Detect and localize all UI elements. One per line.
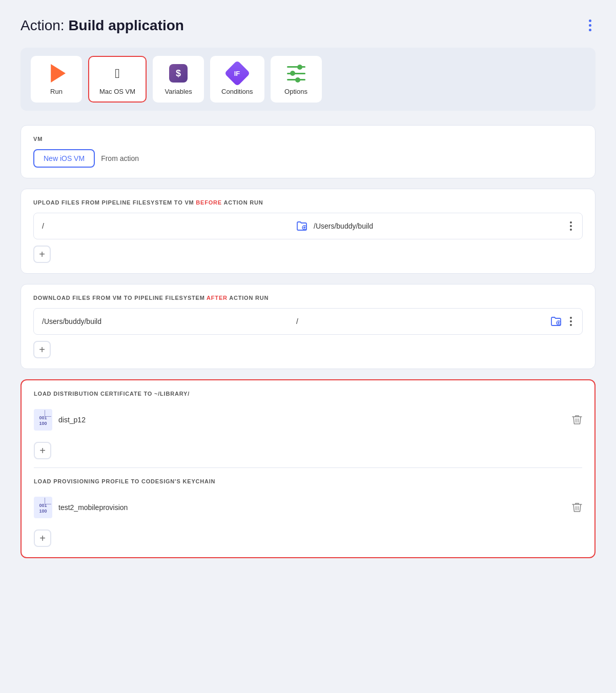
dot-1 — [589, 19, 591, 22]
page-header: Action: Build application — [20, 15, 596, 35]
folder-icon — [296, 221, 307, 231]
download-dest-path: / — [296, 317, 544, 325]
page-container: Action: Build application Run  Mac OS V… — [0, 0, 616, 693]
cert-delete-button[interactable] — [572, 414, 582, 425]
options-icon-wrapper — [286, 63, 306, 84]
folder-icon-2 — [550, 316, 562, 327]
cert-file-icon: 001100 — [34, 409, 52, 431]
vm-card: VM New iOS VM From action — [20, 125, 596, 178]
cert-icon-text: 001100 — [39, 415, 47, 426]
provision-icon-text: 001100 — [39, 503, 47, 514]
trash-icon-2 — [572, 502, 582, 513]
upload-folder-browse-button[interactable] — [296, 221, 307, 231]
tab-options-label: Options — [284, 88, 307, 95]
from-action-link[interactable]: From action — [101, 154, 139, 162]
new-ios-vm-button[interactable]: New iOS VM — [33, 149, 95, 168]
tab-variables-label: Variables — [165, 88, 192, 95]
dot-2 — [589, 24, 591, 27]
tabs-container: Run  Mac OS VM $ Variables IF Condition… — [20, 48, 596, 111]
options-icon — [287, 66, 305, 80]
tab-conditions-label: Conditions — [221, 88, 253, 95]
upload-row-more-button[interactable] — [568, 219, 574, 233]
provision-name: test2_mobileprovision — [58, 503, 566, 512]
cert-section-label: LOAD DISTRIBUTION CERTIFICATE TO ~/LIBRA… — [34, 391, 582, 397]
page-title: Action: Build application — [20, 17, 184, 34]
download-files-card: DOWNLOAD FILES FROM VM TO PIPELINE FILES… — [20, 284, 596, 369]
tab-run[interactable]: Run — [31, 56, 82, 103]
dot-3 — [589, 29, 591, 31]
provision-delete-button[interactable] — [572, 502, 582, 513]
conditions-icon-wrapper: IF — [227, 63, 248, 84]
apple-icon:  — [115, 66, 120, 81]
upload-file-row: / /Users/buddy/build — [33, 213, 583, 239]
download-row-more-button[interactable] — [568, 315, 574, 328]
download-file-row: /Users/buddy/build / — [33, 308, 583, 335]
run-icon — [47, 64, 66, 83]
cert-name: dist_p12 — [58, 416, 566, 424]
download-add-button[interactable]: + — [33, 341, 51, 358]
tab-run-label: Run — [50, 88, 63, 95]
run-icon-wrapper — [46, 63, 67, 84]
download-folder-browse-button[interactable] — [550, 316, 562, 327]
cert-row: 001100 dist_p12 — [34, 404, 582, 436]
upload-add-button[interactable]: + — [33, 246, 51, 263]
trash-icon — [572, 414, 582, 425]
variables-icon-wrapper: $ — [168, 63, 189, 84]
conditions-icon: IF — [224, 60, 250, 87]
cert-provisioning-section: LOAD DISTRIBUTION CERTIFICATE TO ~/LIBRA… — [20, 379, 596, 558]
provision-row: 001100 test2_mobileprovision — [34, 492, 582, 523]
provision-file-icon: 001100 — [34, 497, 52, 518]
provision-section-label: LOAD PROVISIONING PROFILE TO CODESIGN'S … — [34, 478, 582, 484]
upload-source-path: / — [42, 222, 290, 230]
conditions-icon-text: IF — [234, 70, 240, 77]
tab-conditions[interactable]: IF Conditions — [210, 56, 264, 103]
upload-files-card: UPLOAD FILES FROM PIPELINE FILESYSTEM TO… — [20, 189, 596, 274]
content-area: VM New iOS VM From action UPLOAD FILES F… — [20, 125, 596, 558]
tab-macos-vm[interactable]:  Mac OS VM — [88, 56, 147, 103]
tab-variables[interactable]: $ Variables — [153, 56, 204, 103]
vm-section-label: VM — [33, 136, 583, 142]
cert-add-button[interactable]: + — [34, 442, 51, 459]
more-options-button[interactable] — [585, 15, 596, 35]
variables-icon: $ — [169, 64, 188, 83]
tab-options[interactable]: Options — [271, 56, 322, 103]
vm-buttons: New iOS VM From action — [33, 149, 583, 168]
tab-macos-vm-label: Mac OS VM — [99, 88, 135, 95]
cert-sub-section: LOAD DISTRIBUTION CERTIFICATE TO ~/LIBRA… — [34, 391, 582, 459]
section-divider — [34, 467, 582, 468]
apple-icon-wrapper:  — [107, 63, 128, 84]
upload-section-label: UPLOAD FILES FROM PIPELINE FILESYSTEM TO… — [33, 199, 583, 206]
download-section-label: DOWNLOAD FILES FROM VM TO PIPELINE FILES… — [33, 295, 583, 301]
provision-sub-section: LOAD PROVISIONING PROFILE TO CODESIGN'S … — [34, 478, 582, 547]
upload-dest-path: /Users/buddy/build — [314, 222, 562, 230]
download-source-path: /Users/buddy/build — [42, 317, 290, 325]
provision-add-button[interactable]: + — [34, 529, 51, 547]
